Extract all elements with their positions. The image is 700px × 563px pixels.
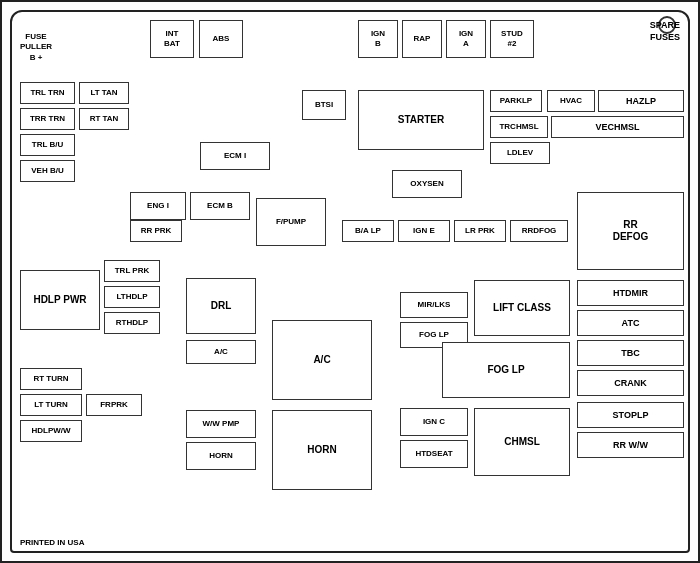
- fuse-hvac: HVAC: [547, 90, 595, 112]
- fuse-trr-trn: TRR TRN: [20, 108, 75, 130]
- fuse-trl-bu: TRL B/U: [20, 134, 75, 156]
- fuse-eng1: ENG I: [130, 192, 186, 220]
- fuse-mir-lks: MIR/LKS: [400, 292, 468, 318]
- fuse-rt-tan: RT TAN: [79, 108, 129, 130]
- fuse-ign-e: IGN E: [398, 220, 450, 242]
- fuse-htdseat: HTDSEAT: [400, 440, 468, 468]
- fuse-rr-ww: RR W/W: [577, 432, 684, 458]
- fuse-tbc: TBC: [577, 340, 684, 366]
- fuse-ac-small: A/C: [186, 340, 256, 364]
- fuse-parklp: PARKLP: [490, 90, 542, 112]
- fuse-lr-prk: LR PRK: [454, 220, 506, 242]
- fuse-rr-defog: RRDEFOG: [577, 192, 684, 270]
- fuse-hdlpww: HDLPW/W: [20, 420, 82, 442]
- fuse-f-pump: F/PUMP: [256, 198, 326, 246]
- fuse-abs: ABS: [199, 20, 243, 58]
- fuse-int-bat: INTBAT: [150, 20, 194, 58]
- fuse-trchmsl: TRCHMSL: [490, 116, 548, 138]
- fuse-hdlp-pwr: HDLP PWR: [20, 270, 100, 330]
- fuse-ecm1: ECM I: [200, 142, 270, 170]
- fuse-chmsl: CHMSL: [474, 408, 570, 476]
- fuse-ign-b: IGNB: [358, 20, 398, 58]
- fuse-lt-turn: LT TURN: [20, 394, 82, 416]
- fuse-ldlev: LDLEV: [490, 142, 550, 164]
- fuse-ba-lp: B/A LP: [342, 220, 394, 242]
- fuse-puller-label: FUSEPULLERB +: [20, 32, 52, 63]
- fuse-crank: CRANK: [577, 370, 684, 396]
- fuse-vechmsl: VECHMSL: [551, 116, 684, 138]
- fuse-rthdlp: RTHDLP: [104, 312, 160, 334]
- fuse-stoplp: STOPLP: [577, 402, 684, 428]
- fuse-ac-large: A/C: [272, 320, 372, 400]
- fuse-veh-bu: VEH B/U: [20, 160, 75, 182]
- fuse-rt-turn: RT TURN: [20, 368, 82, 390]
- printed-label: PRINTED IN USA: [20, 538, 84, 547]
- fuse-ign-c: IGN C: [400, 408, 468, 436]
- fuse-trl-trn: TRL TRN: [20, 82, 75, 104]
- fuse-box-diagram: FUSEPULLERB + SPAREFUSES PRINTED IN USA …: [0, 0, 700, 563]
- fuse-ign-a: IGNA: [446, 20, 486, 58]
- fuse-rap: RAP: [402, 20, 442, 58]
- fuse-hazlp: HAZLP: [598, 90, 684, 112]
- spare-fuses-label: SPAREFUSES: [650, 20, 680, 43]
- fuse-lt-tan: LT TAN: [79, 82, 129, 104]
- fuse-stud2: STUD#2: [490, 20, 534, 58]
- fuse-lthdlp: LTHDLP: [104, 286, 160, 308]
- fuse-oxysen: OXYSEN: [392, 170, 462, 198]
- fuse-fog-lp-large: FOG LP: [442, 342, 570, 398]
- fuse-htdmir: HTDMIR: [577, 280, 684, 306]
- fuse-lift-class: LIFT CLASS: [474, 280, 570, 336]
- fuse-starter: STARTER: [358, 90, 484, 150]
- fuse-horn-large: HORN: [272, 410, 372, 490]
- fuse-drl: DRL: [186, 278, 256, 334]
- fuse-ww-pmp: W/W PMP: [186, 410, 256, 438]
- fuse-atc: ATC: [577, 310, 684, 336]
- fuse-btsi: BTSI: [302, 90, 346, 120]
- fuse-rrdfog: RRDFOG: [510, 220, 568, 242]
- fuse-ecm-b: ECM B: [190, 192, 250, 220]
- fuse-trl-prk: TRL PRK: [104, 260, 160, 282]
- fuse-horn-small: HORN: [186, 442, 256, 470]
- fuse-rr-pak: RR PRK: [130, 220, 182, 242]
- fuse-frprk: FRPRK: [86, 394, 142, 416]
